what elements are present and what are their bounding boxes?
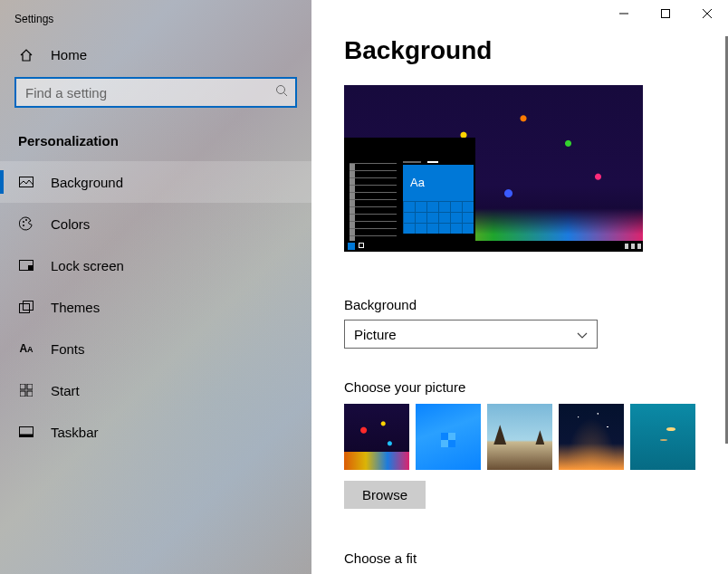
svg-point-9	[23, 225, 24, 226]
picture-thumb-1[interactable]	[416, 404, 481, 470]
sidebar-item-label: Lock screen	[51, 258, 124, 273]
sidebar-item-label: Themes	[51, 300, 100, 315]
minimize-icon	[619, 9, 628, 18]
sidebar-item-start[interactable]: Start	[0, 369, 311, 411]
lock-screen-icon	[18, 260, 34, 271]
search-container	[0, 77, 311, 108]
svg-rect-17	[27, 391, 33, 397]
home-icon	[18, 48, 34, 62]
close-icon	[703, 9, 712, 18]
home-label: Home	[51, 47, 87, 62]
svg-point-8	[25, 219, 27, 221]
palette-icon	[18, 216, 34, 231]
preview-sample-text: Aa	[410, 176, 425, 189]
background-dropdown-value: Picture	[354, 327, 397, 342]
sidebar-item-label: Start	[51, 383, 80, 398]
sidebar-item-label: Background	[51, 175, 123, 190]
choose-picture-section: Choose your picture Browse	[344, 379, 695, 509]
fonts-icon: AA	[18, 342, 34, 355]
svg-line-5	[284, 93, 288, 97]
sidebar-item-taskbar[interactable]: Taskbar	[0, 411, 311, 453]
svg-rect-16	[20, 391, 25, 397]
sidebar-item-label: Colors	[51, 216, 90, 232]
svg-rect-14	[20, 384, 25, 389]
home-link[interactable]: Home	[0, 38, 311, 72]
choose-picture-label: Choose your picture	[344, 379, 695, 395]
start-icon	[18, 384, 34, 397]
background-preview: Aa	[344, 85, 643, 252]
picture-thumbnails	[344, 404, 695, 470]
window-title: Settings	[0, 5, 311, 38]
sidebar-item-colors[interactable]: Colors	[0, 203, 311, 244]
choose-fit-section: Choose a fit	[344, 550, 695, 566]
image-icon	[18, 177, 34, 187]
search-icon	[275, 84, 288, 100]
svg-point-4	[277, 86, 285, 94]
maximize-button[interactable]	[645, 0, 686, 27]
sidebar-item-background[interactable]: Background	[0, 161, 311, 203]
svg-rect-1	[662, 10, 670, 18]
svg-rect-12	[20, 304, 30, 313]
background-field: Background Picture	[344, 297, 695, 349]
picture-thumb-4[interactable]	[630, 404, 695, 470]
maximize-icon	[661, 9, 670, 18]
background-dropdown-label: Background	[344, 297, 695, 312]
svg-rect-19	[20, 435, 34, 437]
sidebar-item-label: Fonts	[51, 341, 85, 357]
content-pane[interactable]: Background Aa Background Picture	[311, 0, 728, 574]
chevron-down-icon	[577, 327, 588, 342]
minimize-button[interactable]	[603, 0, 645, 27]
sidebar: Settings Home Personalization Background	[0, 0, 311, 574]
choose-fit-label: Choose a fit	[344, 550, 695, 566]
sidebar-item-label: Taskbar	[51, 425, 99, 440]
preview-start-overlay: Aa	[344, 138, 475, 252]
picture-thumb-2[interactable]	[487, 404, 552, 470]
section-header: Personalization	[0, 124, 311, 161]
titlebar-controls	[603, 0, 728, 27]
svg-point-7	[23, 221, 24, 223]
svg-rect-13	[24, 301, 34, 311]
sidebar-item-lock-screen[interactable]: Lock screen	[0, 244, 311, 286]
settings-window: Settings Home Personalization Background	[0, 0, 728, 574]
picture-thumb-3[interactable]	[559, 404, 624, 470]
close-button[interactable]	[686, 0, 728, 27]
picture-thumb-0[interactable]	[344, 404, 409, 470]
svg-rect-15	[27, 384, 33, 389]
sidebar-item-fonts[interactable]: AA Fonts	[0, 328, 311, 369]
sidebar-item-themes[interactable]: Themes	[0, 286, 311, 328]
svg-rect-11	[28, 265, 33, 270]
browse-button[interactable]: Browse	[344, 481, 426, 509]
search-input[interactable]	[14, 77, 297, 108]
themes-icon	[18, 301, 34, 313]
background-dropdown[interactable]: Picture	[344, 320, 598, 349]
taskbar-icon	[18, 426, 34, 437]
page-title: Background	[344, 36, 695, 65]
